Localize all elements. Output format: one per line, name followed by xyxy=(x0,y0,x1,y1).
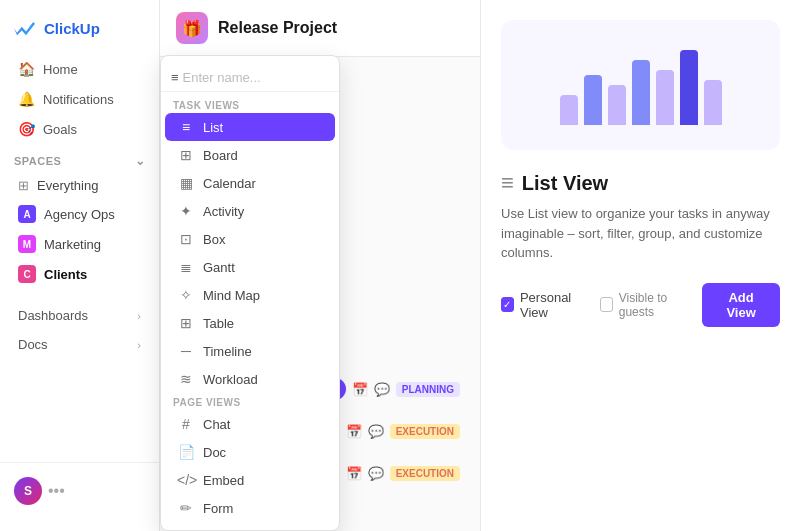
view-panel-title: ≡ List View xyxy=(501,170,780,196)
workload-icon: ≋ xyxy=(177,371,195,387)
view-option-list[interactable]: ≡ List xyxy=(165,113,335,141)
bell-icon: 🔔 xyxy=(18,91,35,107)
sidebar-item-dashboards[interactable]: Dashboards › xyxy=(4,301,155,330)
panel-illustration xyxy=(501,20,780,150)
sidebar-item-home[interactable]: 🏠 Home xyxy=(4,54,155,84)
clickup-logo-icon xyxy=(14,16,38,40)
calendar-icon: 📅 xyxy=(352,382,368,397)
sidebar-item-docs[interactable]: Docs › xyxy=(4,330,155,359)
user-avatar: S xyxy=(14,477,42,505)
chevron-right-icon: › xyxy=(137,339,141,351)
task-meta: J 📅 💬 PLANNING xyxy=(324,378,460,400)
view-option-timeline[interactable]: ─ Timeline xyxy=(165,337,335,365)
home-icon: 🏠 xyxy=(18,61,35,77)
chat-icon: 💬 xyxy=(368,424,384,439)
spaces-label: Spaces xyxy=(14,155,61,167)
view-option-board[interactable]: ⊞ Board xyxy=(165,141,335,169)
project-icon: 🎁 xyxy=(176,12,208,44)
chat-icon: 💬 xyxy=(374,382,390,397)
guest-view-checkbox[interactable] xyxy=(600,297,613,312)
personal-view-checkbox-label[interactable]: ✓ Personal View xyxy=(501,290,590,320)
view-option-embed[interactable]: </> Embed xyxy=(165,466,335,494)
bar-1 xyxy=(560,95,578,125)
table-icon: ⊞ xyxy=(177,315,195,331)
view-option-chat[interactable]: # Chat xyxy=(165,410,335,438)
menu-item-label: Box xyxy=(203,232,225,247)
docs-label: Docs xyxy=(18,337,48,352)
sidebar-user-area: S ••• xyxy=(0,462,159,519)
board-icon: ⊞ xyxy=(177,147,195,163)
user-profile-row[interactable]: S ••• xyxy=(0,471,159,511)
dropdown-search-row: ≡ xyxy=(161,64,339,92)
chevron-right-icon: › xyxy=(137,310,141,322)
doc-icon: 📄 xyxy=(177,444,195,460)
view-name-input[interactable] xyxy=(183,70,351,85)
personal-view-checkbox[interactable]: ✓ xyxy=(501,297,514,312)
bar-5 xyxy=(656,70,674,125)
timeline-icon: ─ xyxy=(177,343,195,359)
spaces-section-header: Spaces ⌄ xyxy=(0,144,159,172)
add-view-button[interactable]: Add View xyxy=(702,283,780,327)
sidebar: ClickUp 🏠 Home 🔔 Notifications 🎯 Goals S… xyxy=(0,0,160,531)
panel-title-icon: ≡ xyxy=(501,170,514,196)
sidebar-item-marketing[interactable]: M Marketing xyxy=(4,229,155,259)
bar-3 xyxy=(608,85,626,125)
sidebar-item-goals[interactable]: 🎯 Goals xyxy=(4,114,155,144)
sidebar-item-label: Home xyxy=(43,62,78,77)
view-option-table[interactable]: ⊞ Table xyxy=(165,309,335,337)
bar-chart xyxy=(560,45,722,125)
right-panel: ≡ List View Use List view to organize yo… xyxy=(480,0,800,531)
guest-view-checkbox-label[interactable]: Visible to guests xyxy=(600,291,692,319)
space-label: Clients xyxy=(44,267,87,282)
menu-item-label: Table xyxy=(203,316,234,331)
sidebar-bottom-nav: Dashboards › Docs › xyxy=(0,301,159,359)
sidebar-item-everything[interactable]: ⊞ Everything xyxy=(4,172,155,199)
panel-footer: ✓ Personal View Visible to guests Add Vi… xyxy=(501,283,780,327)
dropdown-menu: ≡ TASK VIEWS ≡ List ⊞ Board ▦ Calendar ✦… xyxy=(160,55,340,531)
box-icon: ⊡ xyxy=(177,231,195,247)
calendar-icon: 📅 xyxy=(346,424,362,439)
menu-item-label: Calendar xyxy=(203,176,256,191)
sidebar-item-notifications[interactable]: 🔔 Notifications xyxy=(4,84,155,114)
list-icon: ≡ xyxy=(171,70,179,85)
more-options-icon[interactable]: ••• xyxy=(48,482,65,500)
calendar-icon: ▦ xyxy=(177,175,195,191)
menu-item-label: List xyxy=(203,120,223,135)
space-label: Agency Ops xyxy=(44,207,115,222)
menu-item-label: Timeline xyxy=(203,344,252,359)
embed-icon: </> xyxy=(177,472,195,488)
app-logo[interactable]: ClickUp xyxy=(0,12,159,54)
menu-item-label: Doc xyxy=(203,445,226,460)
view-option-box[interactable]: ⊡ Box xyxy=(165,225,335,253)
menu-item-label: Chat xyxy=(203,417,230,432)
clients-avatar: C xyxy=(18,265,36,283)
grid-icon: ⊞ xyxy=(18,178,29,193)
project-title: Release Project xyxy=(218,19,337,37)
chevron-icon[interactable]: ⌄ xyxy=(135,154,146,168)
view-option-mind-map[interactable]: ✧ Mind Map xyxy=(165,281,335,309)
sidebar-item-label: Notifications xyxy=(43,92,114,107)
goals-icon: 🎯 xyxy=(18,121,35,137)
sidebar-item-agency-ops[interactable]: A Agency Ops xyxy=(4,199,155,229)
bar-4 xyxy=(632,60,650,125)
view-option-gantt[interactable]: ≣ Gantt xyxy=(165,253,335,281)
task-tag: PLANNING xyxy=(396,382,460,397)
space-label: Everything xyxy=(37,178,98,193)
view-option-form[interactable]: ✏ Form xyxy=(165,494,335,522)
guest-label: Visible to guests xyxy=(619,291,692,319)
calendar-icon: 📅 xyxy=(346,466,362,481)
menu-item-label: Activity xyxy=(203,204,244,219)
page-views-label: PAGE VIEWS xyxy=(161,393,339,410)
view-option-doc[interactable]: 📄 Doc xyxy=(165,438,335,466)
sidebar-item-clients[interactable]: C Clients xyxy=(4,259,155,289)
bar-7 xyxy=(704,80,722,125)
marketing-avatar: M xyxy=(18,235,36,253)
view-option-workload[interactable]: ≋ Workload xyxy=(165,365,335,393)
menu-item-label: Embed xyxy=(203,473,244,488)
view-option-activity[interactable]: ✦ Activity xyxy=(165,197,335,225)
menu-item-label: Board xyxy=(203,148,238,163)
sidebar-item-label: Goals xyxy=(43,122,77,137)
menu-item-label: Form xyxy=(203,501,233,516)
view-option-calendar[interactable]: ▦ Calendar xyxy=(165,169,335,197)
bar-6 xyxy=(680,50,698,125)
